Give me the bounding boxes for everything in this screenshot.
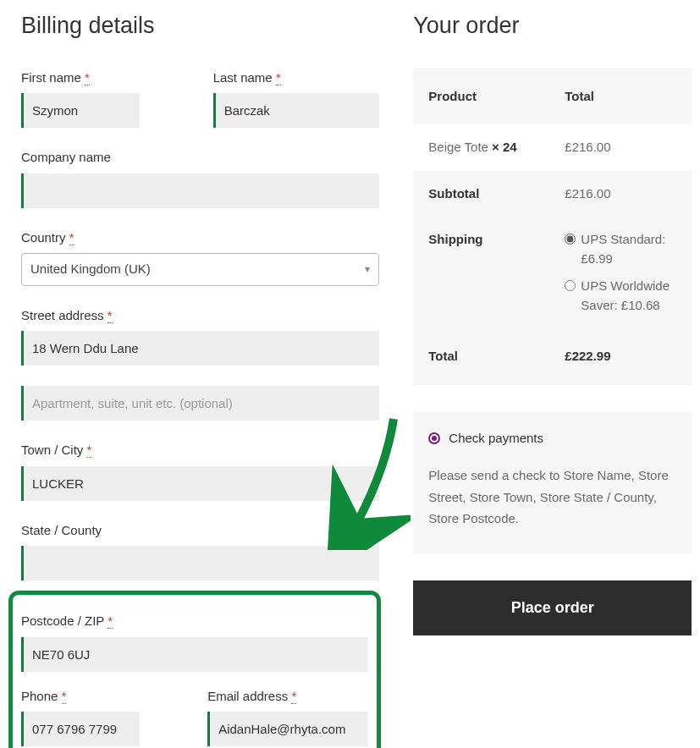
postcode-label: Postcode / ZIP * xyxy=(21,612,368,631)
payment-method[interactable]: Check payments xyxy=(428,429,676,448)
payment-section: Check payments Please send a check to St… xyxy=(413,412,692,553)
col-product: Product xyxy=(428,87,565,107)
email-field: Email address * xyxy=(207,687,368,747)
required-mark: * xyxy=(62,689,67,704)
street-field: Street address * xyxy=(21,306,379,366)
billing-title: Billing details xyxy=(21,8,379,43)
required-mark: * xyxy=(87,443,92,458)
order-line-item: Beige Tote × 24 £216.00 xyxy=(413,124,692,171)
last-name-field: Last name * xyxy=(213,69,380,129)
postcode-field: Postcode / ZIP * xyxy=(21,612,368,672)
shipping-row: Shipping UPS Standard: £6.99 UPS Worldwi… xyxy=(413,217,692,328)
last-name-label: Last name * xyxy=(213,69,380,88)
shipping-radio-standard[interactable] xyxy=(565,234,576,245)
total-row: Total £222.99 xyxy=(413,328,692,385)
required-mark: * xyxy=(107,308,113,323)
country-field: Country * United Kingdom (UK) ▾ xyxy=(21,228,379,286)
postcode-input[interactable] xyxy=(21,637,368,672)
subtotal-value: £216.00 xyxy=(565,184,676,204)
radio-selected-icon xyxy=(428,432,440,444)
required-mark: * xyxy=(69,230,74,245)
country-selected-value: United Kingdom (UK) xyxy=(30,260,151,279)
required-mark: * xyxy=(107,613,113,629)
country-select[interactable]: United Kingdom (UK) ▾ xyxy=(21,253,379,286)
col-total: Total xyxy=(565,87,676,107)
order-section: Your order Product Total Beige Tote × 24… xyxy=(413,8,692,635)
item-total: £216.00 xyxy=(565,138,676,157)
highlighted-section: Postcode / ZIP * Phone * Email address xyxy=(8,591,381,748)
company-label: Company name xyxy=(21,148,379,168)
shipping-option-worldwide[interactable]: UPS Worldwide Saver: £10.68 xyxy=(565,277,676,315)
phone-field: Phone * xyxy=(21,687,182,747)
last-name-input[interactable] xyxy=(213,93,380,128)
item-name-cell: Beige Tote × 24 xyxy=(428,138,565,157)
order-table: Product Total Beige Tote × 24 £216.00 Su… xyxy=(413,69,692,385)
payment-method-label: Check payments xyxy=(449,429,543,448)
required-mark: * xyxy=(85,70,90,85)
company-input[interactable] xyxy=(21,173,379,208)
annotation-arrow-icon xyxy=(326,415,411,550)
total-label: Total xyxy=(428,347,565,366)
required-mark: * xyxy=(291,689,296,704)
required-mark: * xyxy=(276,70,281,85)
street-label: Street address * xyxy=(21,306,379,326)
country-label: Country * xyxy=(21,228,379,248)
shipping-label: Shipping xyxy=(428,230,565,315)
shipping-radio-worldwide[interactable] xyxy=(565,280,576,291)
subtotal-row: Subtotal £216.00 xyxy=(413,171,692,217)
first-name-input[interactable] xyxy=(21,93,140,128)
billing-section: Billing details First name * Last name *… xyxy=(8,8,379,748)
chevron-down-icon: ▾ xyxy=(365,261,370,277)
first-name-label: First name * xyxy=(21,69,188,88)
payment-description: Please send a check to Store Name, Store… xyxy=(428,465,676,530)
state-input[interactable] xyxy=(21,546,379,580)
place-order-button[interactable]: Place order xyxy=(413,580,692,635)
shipping-option-standard[interactable]: UPS Standard: £6.99 xyxy=(565,230,676,268)
street1-input[interactable] xyxy=(21,331,379,366)
company-field: Company name xyxy=(21,148,379,208)
first-name-field: First name * xyxy=(21,69,188,129)
item-qty: × 24 xyxy=(492,140,517,154)
email-input[interactable] xyxy=(207,712,368,746)
phone-input[interactable] xyxy=(21,712,140,746)
order-table-header: Product Total xyxy=(413,69,692,125)
order-title: Your order xyxy=(413,8,692,43)
total-value: £222.99 xyxy=(565,347,676,366)
phone-label: Phone * xyxy=(21,687,182,707)
email-label: Email address * xyxy=(207,687,368,707)
